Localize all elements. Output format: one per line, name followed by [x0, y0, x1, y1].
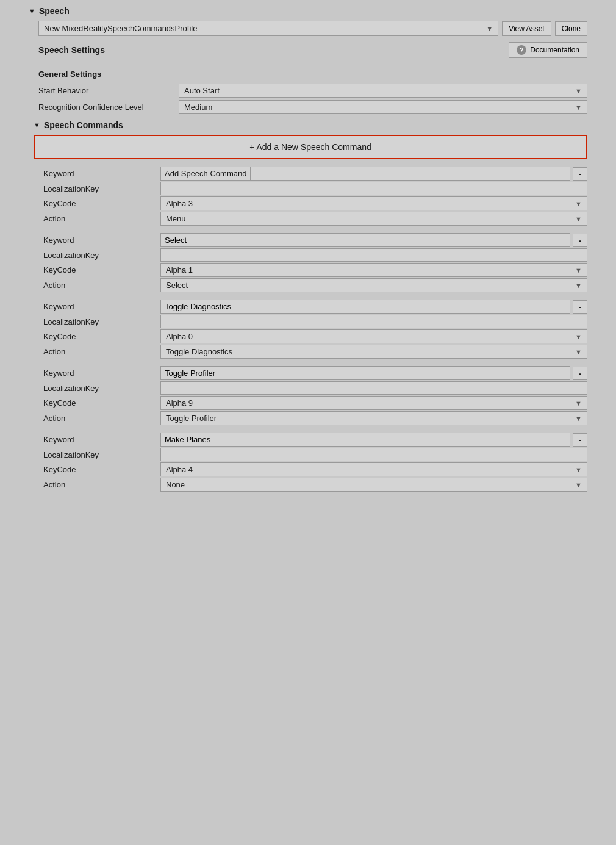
start-behavior-label: Start Behavior — [38, 86, 179, 95]
keyword-row-1: Keyword - — [38, 233, 587, 247]
keycode-value-4: Alpha 4 — [166, 465, 193, 474]
action-label-2: Action — [38, 347, 160, 356]
recognition-confidence-dropdown[interactable]: Medium ▼ — [179, 100, 587, 114]
general-settings: General Settings Start Behavior Auto Sta… — [38, 70, 587, 114]
localization-row-0: LocalizationKey — [38, 182, 587, 195]
start-behavior-row: Start Behavior Auto Start ▼ — [38, 84, 587, 98]
action-value-2: Toggle Diagnostics — [166, 347, 232, 356]
doc-button-label: Documentation — [530, 46, 579, 54]
command-block-1: Keyword - LocalizationKey KeyCode Alpha … — [38, 233, 587, 292]
chevron-down-icon: ▼ — [575, 415, 582, 422]
remove-button-3[interactable]: - — [573, 367, 587, 380]
action-row-3: Action Toggle Profiler ▼ — [38, 411, 587, 425]
localization-label-3: LocalizationKey — [38, 384, 160, 393]
chevron-down-icon: ▼ — [575, 200, 582, 207]
keycode-dropdown-4[interactable]: Alpha 4 ▼ — [160, 462, 587, 476]
action-row-1: Action Select ▼ — [38, 278, 587, 292]
keyword-input-0[interactable] — [251, 167, 570, 181]
keycode-label-1: KeyCode — [38, 265, 160, 275]
chevron-down-icon: ▼ — [575, 466, 582, 473]
chevron-down-icon: ▼ — [575, 481, 582, 489]
action-value-0: Menu — [166, 214, 186, 223]
view-asset-button[interactable]: View Asset — [502, 21, 551, 36]
keycode-dropdown-0[interactable]: Alpha 3 ▼ — [160, 196, 587, 210]
chevron-down-icon: ▼ — [575, 282, 582, 289]
localization-label-4: LocalizationKey — [38, 450, 160, 459]
action-label-1: Action — [38, 281, 160, 290]
localization-input-4[interactable] — [160, 448, 587, 461]
remove-button-4[interactable]: - — [573, 433, 587, 447]
keyword-label-4: Keyword — [38, 435, 160, 444]
keycode-row-1: KeyCode Alpha 1 ▼ — [38, 263, 587, 277]
localization-label-1: LocalizationKey — [38, 251, 160, 260]
keycode-row-2: KeyCode Alpha 0 ▼ — [38, 329, 587, 343]
action-row-2: Action Toggle Diagnostics ▼ — [38, 345, 587, 359]
action-dropdown-1[interactable]: Select ▼ — [160, 278, 587, 292]
triangle-icon[interactable]: ▼ — [34, 121, 40, 129]
keycode-dropdown-1[interactable]: Alpha 1 ▼ — [160, 263, 587, 277]
keycode-value-3: Alpha 9 — [166, 398, 193, 408]
keycode-row-0: KeyCode Alpha 3 ▼ — [38, 196, 587, 210]
action-dropdown-2[interactable]: Toggle Diagnostics ▼ — [160, 345, 587, 359]
remove-button-2[interactable]: - — [573, 300, 587, 314]
speech-settings-row: Speech Settings ? Documentation — [38, 42, 587, 58]
keyword-input-3[interactable] — [160, 366, 570, 380]
recognition-confidence-row: Recognition Confidence Level Medium ▼ — [38, 100, 587, 114]
clone-button[interactable]: Clone — [555, 21, 587, 36]
chevron-down-icon: ▼ — [575, 348, 582, 356]
localization-input-2[interactable] — [160, 315, 587, 328]
action-value-4: None — [166, 480, 185, 489]
keyword-input-4[interactable] — [160, 433, 570, 447]
help-icon: ? — [517, 45, 526, 55]
keycode-label-3: KeyCode — [38, 398, 160, 408]
profile-name: New MixedRealitySpeechCommandsProfile — [44, 24, 197, 33]
keyword-row-2: Keyword - — [38, 300, 587, 314]
keyword-inline-label-0: Add Speech Command — [160, 167, 251, 181]
keyword-row-3: Keyword - — [38, 366, 587, 380]
localization-label-0: LocalizationKey — [38, 184, 160, 193]
keycode-dropdown-3[interactable]: Alpha 9 ▼ — [160, 396, 587, 410]
chevron-down-icon: ▼ — [575, 104, 582, 111]
triangle-icon[interactable]: ▼ — [29, 7, 35, 15]
keyword-label-3: Keyword — [38, 369, 160, 378]
keycode-value-0: Alpha 3 — [166, 199, 193, 208]
localization-input-3[interactable] — [160, 381, 587, 395]
keycode-value-2: Alpha 0 — [166, 332, 193, 341]
action-value-3: Toggle Profiler — [166, 414, 217, 423]
localization-input-1[interactable] — [160, 248, 587, 262]
documentation-button[interactable]: ? Documentation — [509, 42, 587, 58]
action-dropdown-4[interactable]: None ▼ — [160, 478, 587, 492]
keyword-row-0: Keyword Add Speech Command - — [38, 167, 587, 181]
localization-row-1: LocalizationKey — [38, 248, 587, 262]
speech-commands-header: ▼ Speech Commands — [34, 120, 587, 130]
localization-row-4: LocalizationKey — [38, 448, 587, 461]
localization-row-3: LocalizationKey — [38, 381, 587, 395]
action-dropdown-3[interactable]: Toggle Profiler ▼ — [160, 411, 587, 425]
action-row-4: Action None ▼ — [38, 478, 587, 492]
action-dropdown-0[interactable]: Menu ▼ — [160, 212, 587, 226]
localization-label-2: LocalizationKey — [38, 317, 160, 326]
speech-commands-title: Speech Commands — [44, 120, 123, 130]
remove-button-1[interactable]: - — [573, 234, 587, 247]
action-value-1: Select — [166, 281, 188, 290]
keyword-input-2[interactable] — [160, 300, 570, 314]
keycode-value-1: Alpha 1 — [166, 265, 193, 275]
add-speech-command-button[interactable]: + Add a New Speech Command — [34, 135, 587, 159]
action-label-0: Action — [38, 214, 160, 223]
localization-row-2: LocalizationKey — [38, 315, 587, 328]
general-settings-title: General Settings — [38, 70, 587, 79]
command-block-0: Keyword Add Speech Command - Localizatio… — [38, 167, 587, 226]
start-behavior-dropdown[interactable]: Auto Start ▼ — [179, 84, 587, 98]
keycode-label-0: KeyCode — [38, 199, 160, 208]
keycode-row-3: KeyCode Alpha 9 ▼ — [38, 396, 587, 410]
speech-section-header: ▼ Speech — [29, 6, 587, 16]
start-behavior-value: Auto Start — [184, 86, 220, 95]
action-label-4: Action — [38, 480, 160, 489]
keyword-input-1[interactable] — [160, 233, 570, 247]
remove-button-0[interactable]: - — [573, 167, 587, 181]
keyword-label-1: Keyword — [38, 236, 160, 245]
keycode-dropdown-2[interactable]: Alpha 0 ▼ — [160, 329, 587, 343]
localization-input-0[interactable] — [160, 182, 587, 195]
speech-commands-section: ▼ Speech Commands + Add a New Speech Com… — [34, 120, 587, 492]
profile-dropdown[interactable]: New MixedRealitySpeechCommandsProfile ▼ — [38, 21, 498, 36]
